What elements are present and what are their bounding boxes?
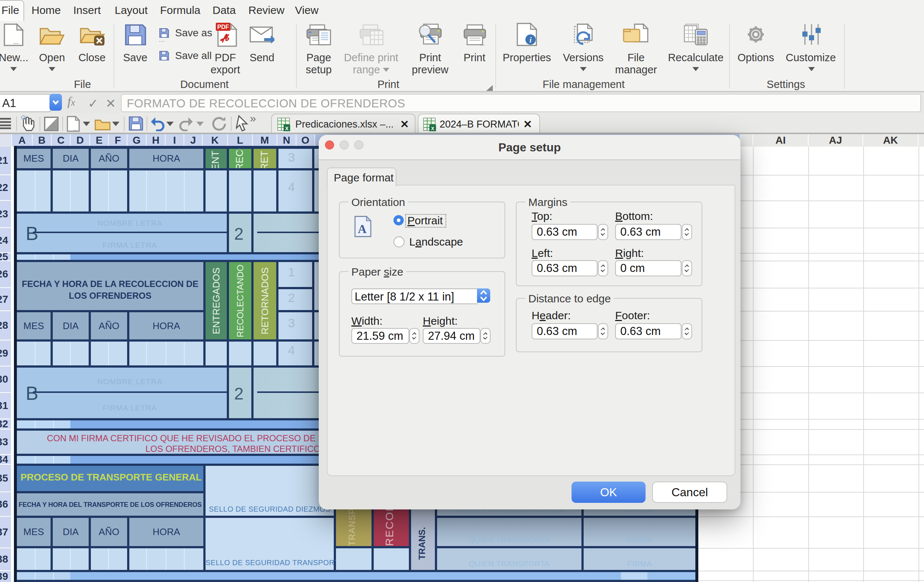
svg-text:PDF: PDF [217, 24, 229, 30]
svg-text:x: x [431, 125, 434, 131]
svg-text:...: ... [480, 40, 484, 46]
svg-text:A: A [358, 222, 367, 236]
svg-text:...: ... [13, 38, 19, 45]
svg-text:...: ... [73, 126, 77, 132]
svg-text:i: i [530, 36, 531, 44]
svg-text:x: x [285, 125, 289, 131]
